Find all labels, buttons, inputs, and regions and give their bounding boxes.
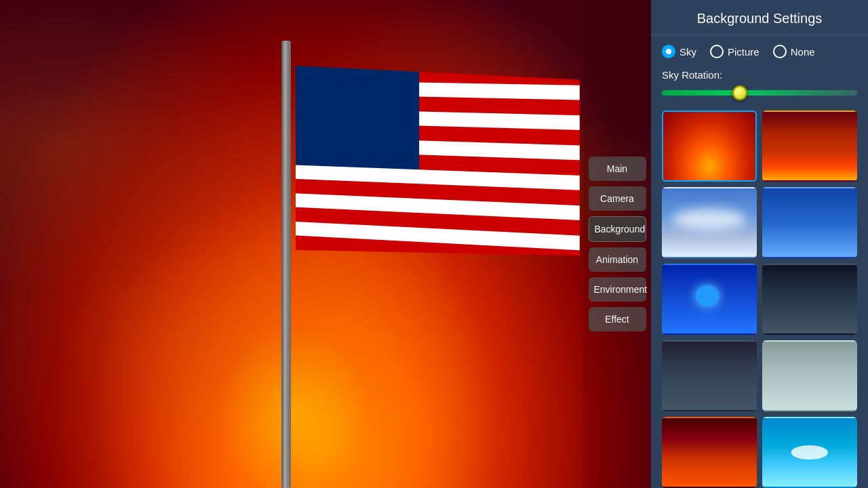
radio-sky[interactable]: Sky [662, 45, 696, 58]
panel-title: Background Settings [665, 11, 854, 26]
thumbnail-blue-moon[interactable] [662, 264, 757, 335]
sidebar-item-environment[interactable]: Environment [589, 277, 646, 302]
slider-container[interactable] [662, 86, 857, 100]
thumbnail-bright-blue[interactable] [762, 417, 857, 488]
main-viewport: Main Camera Background Animation Environ… [0, 0, 651, 488]
background-type-radio-group: Sky Picture None [662, 45, 857, 58]
thumbnail-blue-clear[interactable] [762, 187, 857, 258]
thumbnail-night-silhouette[interactable] [762, 264, 857, 335]
sidebar-item-effect[interactable]: Effect [589, 307, 646, 331]
flag-canton [296, 66, 419, 169]
panel-body: Sky Picture None Sky Rotation: [651, 35, 868, 488]
thumbnail-fire-clouds[interactable] [662, 417, 757, 488]
radio-sky-indicator [662, 45, 675, 58]
radio-picture-indicator [710, 45, 724, 58]
slider-label: Sky Rotation: [662, 69, 857, 81]
thumbnail-clouds-light[interactable] [662, 187, 757, 258]
radio-picture-label: Picture [728, 46, 760, 58]
slider-thumb[interactable] [732, 85, 747, 100]
radio-none-indicator [773, 45, 787, 58]
sky-thumbnails-grid [662, 110, 857, 488]
thumbnail-sunset-orange[interactable] [662, 110, 757, 182]
background-settings-panel: Background Settings Sky Picture None Sky… [651, 0, 868, 488]
sidebar-item-camera[interactable]: Camera [589, 186, 646, 211]
flagpole [281, 41, 291, 488]
sidebar-item-animation[interactable]: Animation [589, 247, 646, 272]
radio-none-label: None [791, 46, 815, 58]
radio-sky-label: Sky [679, 46, 696, 58]
thumbnail-dark-clouds[interactable] [662, 340, 757, 411]
sky-rotation-section: Sky Rotation: [662, 69, 857, 100]
sidebar-item-main[interactable]: Main [589, 157, 646, 181]
radio-picture[interactable]: Picture [710, 45, 760, 58]
sidebar-item-background[interactable]: Background [589, 216, 646, 242]
side-navigation: Main Camera Background Animation Environ… [583, 0, 651, 488]
slider-track [662, 90, 857, 96]
radio-none[interactable]: None [773, 45, 815, 58]
panel-header: Background Settings [651, 0, 868, 35]
flag [296, 66, 580, 266]
thumbnail-grey-clouds[interactable] [762, 340, 857, 411]
thumbnail-sunset-red[interactable] [762, 110, 857, 182]
